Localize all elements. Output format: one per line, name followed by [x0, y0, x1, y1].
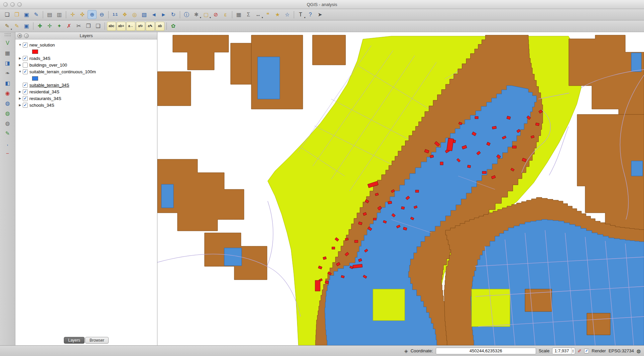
whats-this-icon[interactable]: ➤ [315, 10, 325, 19]
layer-expander[interactable]: ▶ [17, 90, 23, 93]
remove-layer-icon[interactable]: − [3, 149, 13, 159]
zoom-full-icon[interactable]: ❖ [120, 10, 129, 19]
delete-selected-icon[interactable]: ✗ [65, 22, 74, 31]
render-checkbox[interactable]: ✓ [584, 349, 589, 353]
map-canvas[interactable] [157, 32, 644, 345]
zoom-to-selection-icon[interactable]: ◎ [130, 10, 139, 19]
layer-expander[interactable]: ▶ [17, 57, 23, 60]
move-label-icon[interactable]: a↔ [126, 22, 135, 31]
layer-label[interactable]: restaurants_34S [29, 96, 61, 101]
layer-label[interactable]: new_solution [29, 42, 55, 48]
layer-expander[interactable]: ▶ [17, 63, 23, 67]
layer-label[interactable]: roads_34S [29, 56, 50, 61]
new-shapefile-layer-icon[interactable]: ✎ [3, 128, 13, 139]
layer-label[interactable]: schools_34S [29, 103, 54, 108]
measure-icon[interactable]: ↔▾ [254, 10, 263, 19]
paste-features-icon[interactable]: ❑ [94, 22, 103, 31]
layer-expander[interactable]: ▼ [17, 43, 23, 47]
add-delimited-text-icon[interactable]: , [3, 139, 13, 149]
add-oracle-layer-icon[interactable]: ◉ [3, 88, 13, 98]
layer-checkbox[interactable]: ✓ [23, 42, 28, 48]
add-label-icon[interactable]: ab+ [117, 22, 126, 31]
map-tips-icon[interactable]: ❝ [263, 10, 272, 19]
zoom-in-icon[interactable]: ⊕ [88, 10, 97, 19]
layer-checkbox[interactable]: ✓ [23, 56, 28, 61]
new-bookmark-icon[interactable]: ★ [273, 10, 282, 19]
identify-features-icon[interactable]: ⓘ [182, 10, 191, 19]
add-mssql-layer-icon[interactable]: ◧ [3, 78, 13, 88]
layer-checkbox[interactable]: ✓ [23, 89, 28, 94]
text-annotation-icon[interactable]: T▾ [296, 10, 305, 19]
add-wms-layer-icon[interactable]: ◍ [3, 98, 13, 108]
layer-checkbox[interactable] [23, 63, 28, 68]
toolbar-drag-handle[interactable] [5, 33, 11, 36]
save-project-icon[interactable]: ▣ [22, 10, 31, 19]
open-project-icon[interactable]: ❒ [12, 10, 21, 19]
pan-to-selection-icon[interactable]: ✜ [78, 10, 87, 19]
copy-features-icon[interactable]: ❐ [84, 22, 93, 31]
attribute-table-icon[interactable]: ▦ [234, 10, 243, 19]
save-project-as-icon[interactable]: ✎ [32, 10, 41, 19]
layer-label[interactable]: residential_34S [29, 89, 59, 94]
toggle-editing-icon[interactable]: ✎ [12, 22, 21, 31]
node-tool-icon[interactable]: ✦ [55, 22, 64, 31]
highlight-labels-icon[interactable]: abc [107, 22, 116, 31]
layer-row[interactable]: ▶✓roads_34S [17, 55, 157, 62]
current-edits-icon[interactable]: ✎▾ [3, 22, 12, 31]
pan-map-icon[interactable]: ✛ [68, 10, 77, 19]
panel-tab-browser[interactable]: Browser [85, 337, 109, 344]
new-project-icon[interactable]: ❏ [3, 10, 12, 19]
layer-expander[interactable]: ▶ [17, 103, 23, 107]
help-icon[interactable]: ? [306, 10, 315, 19]
layer-expander[interactable]: ▶ [17, 97, 23, 100]
panel-tab-layers[interactable]: Layers [64, 337, 85, 344]
select-by-expression-icon[interactable]: ε [221, 10, 230, 19]
layer-label[interactable]: suitable_terrain_continuous_100m [29, 69, 96, 74]
layer-row[interactable]: ▼✓new_solution [17, 41, 157, 48]
coordinate-input[interactable] [436, 348, 536, 354]
change-label-icon[interactable]: a✎ [146, 22, 155, 31]
zoom-to-layer-icon[interactable]: ▧ [140, 10, 149, 19]
deselect-features-icon[interactable]: ⊘ [211, 10, 220, 19]
show-bookmarks-icon[interactable]: ☆ [283, 10, 292, 19]
rotate-label-icon[interactable]: a↻ [136, 22, 145, 31]
add-vector-layer-icon[interactable]: V [3, 38, 13, 48]
layer-row[interactable]: ▼✓suitable_terrain_continuous_100m [17, 68, 157, 75]
crs-status-icon[interactable]: ◍ [637, 348, 641, 354]
layer-label[interactable]: suitable_terrain_34S [29, 83, 69, 88]
layer-row[interactable]: ▶✓schools_34S [17, 102, 157, 108]
layer-row[interactable]: ✓suitable_terrain_34S [17, 82, 157, 88]
add-postgis-layer-icon[interactable]: ◨ [3, 58, 13, 68]
layer-checkbox[interactable]: ✓ [23, 83, 28, 88]
zoom-out-icon[interactable]: ⊖ [97, 10, 106, 19]
layer-checkbox[interactable]: ✓ [23, 69, 28, 74]
zoom-next-icon[interactable]: ► [159, 10, 168, 19]
layer-checkbox[interactable]: ✓ [23, 103, 28, 108]
log-messages-icon[interactable]: ✐ [578, 348, 582, 354]
scale-spinner[interactable]: ▲▼ [571, 348, 575, 354]
run-feature-action-icon[interactable]: ✱▾ [192, 10, 201, 19]
add-raster-layer-icon[interactable]: ▦ [3, 48, 13, 58]
layer-row[interactable]: ▶✓restaurants_34S [17, 95, 157, 102]
refresh-map-icon[interactable]: ↻ [169, 10, 178, 19]
statistical-summary-icon[interactable]: Σ [244, 10, 253, 19]
add-wfs-layer-icon[interactable]: ◍ [3, 118, 13, 128]
save-layer-edits-icon[interactable]: ▣ [22, 22, 31, 31]
layer-row[interactable]: ▶buildings_over_100 [17, 62, 157, 68]
cut-features-icon[interactable]: ✂ [74, 22, 83, 31]
move-feature-icon[interactable]: ✛ [45, 22, 54, 31]
add-wcs-layer-icon[interactable]: ◍ [3, 108, 13, 118]
processing-toolbox-icon[interactable]: ✿ [169, 22, 178, 31]
layer-checkbox[interactable]: ✓ [23, 96, 28, 101]
add-feature-icon[interactable]: ✚ [35, 22, 44, 31]
layer-expander[interactable]: ▼ [17, 70, 23, 73]
label-properties-icon[interactable]: ab [155, 22, 164, 31]
composer-manager-icon[interactable]: ▥ [55, 10, 64, 19]
zoom-last-icon[interactable]: ◄ [149, 10, 158, 19]
layer-label[interactable]: buildings_over_100 [29, 63, 67, 68]
zoom-native-icon[interactable]: 1:1 [111, 10, 120, 19]
new-composer-icon[interactable]: ▤ [45, 10, 54, 19]
layer-row[interactable]: ▶✓residential_34S [17, 88, 157, 95]
add-spatialite-layer-icon[interactable]: ❧ [3, 68, 13, 78]
scale-combo[interactable]: 1:7,937 ▲▼ [552, 348, 575, 354]
